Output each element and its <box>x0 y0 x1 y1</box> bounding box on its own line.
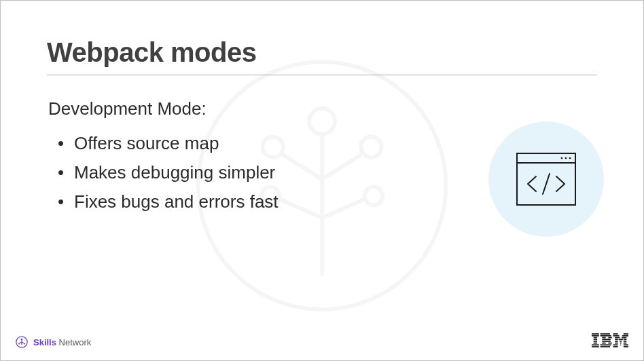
slide-title: Webpack modes <box>47 37 597 75</box>
svg-point-18 <box>21 339 23 341</box>
svg-rect-39 <box>608 343 611 344</box>
svg-rect-54 <box>615 343 618 344</box>
skills-bold-text: Skills <box>33 337 56 347</box>
svg-rect-26 <box>594 337 597 339</box>
svg-rect-57 <box>613 344 618 345</box>
code-window-illustration <box>488 121 604 237</box>
svg-rect-50 <box>624 339 627 340</box>
svg-rect-59 <box>624 344 628 345</box>
slide-subtitle: Development Mode: <box>47 98 597 119</box>
svg-rect-25 <box>592 335 599 337</box>
svg-point-23 <box>24 343 25 345</box>
svg-rect-44 <box>613 335 620 337</box>
svg-rect-30 <box>592 344 599 345</box>
ibm-logo-icon <box>592 333 628 351</box>
svg-rect-32 <box>601 333 610 335</box>
svg-rect-24 <box>592 333 599 335</box>
svg-rect-28 <box>594 341 597 342</box>
svg-rect-31 <box>592 346 599 347</box>
svg-point-22 <box>18 343 20 345</box>
svg-rect-61 <box>624 346 628 347</box>
svg-rect-41 <box>601 346 610 347</box>
svg-rect-37 <box>602 341 611 342</box>
svg-rect-60 <box>613 346 618 347</box>
svg-line-16 <box>543 174 550 194</box>
code-window-icon <box>516 152 577 206</box>
svg-rect-58 <box>620 344 621 345</box>
svg-rect-47 <box>622 337 626 339</box>
svg-rect-34 <box>602 337 605 339</box>
svg-rect-45 <box>622 335 628 337</box>
skills-badge-icon <box>16 336 28 348</box>
svg-rect-46 <box>615 337 620 339</box>
illustration-circle <box>488 121 604 237</box>
svg-rect-51 <box>615 341 618 342</box>
svg-rect-43 <box>624 333 628 335</box>
svg-point-13 <box>561 157 563 159</box>
svg-rect-11 <box>517 153 575 205</box>
svg-rect-38 <box>602 343 605 344</box>
svg-rect-52 <box>620 341 622 342</box>
svg-rect-53 <box>624 341 627 342</box>
slide-footer: Skills Network <box>1 330 643 360</box>
svg-rect-27 <box>594 339 597 340</box>
svg-rect-56 <box>624 343 627 344</box>
svg-rect-40 <box>601 344 611 345</box>
svg-point-14 <box>565 157 567 159</box>
skills-network-branding: Skills Network <box>16 336 91 348</box>
svg-rect-48 <box>615 339 618 340</box>
svg-rect-33 <box>601 335 611 337</box>
skills-regular-text: Network <box>56 337 91 347</box>
svg-point-15 <box>569 157 571 159</box>
svg-rect-42 <box>613 333 618 335</box>
svg-rect-35 <box>608 337 611 339</box>
svg-rect-55 <box>620 343 622 344</box>
svg-rect-36 <box>602 339 611 340</box>
skills-network-text: Skills Network <box>33 337 91 347</box>
svg-rect-49 <box>619 339 623 340</box>
svg-rect-29 <box>594 343 597 344</box>
